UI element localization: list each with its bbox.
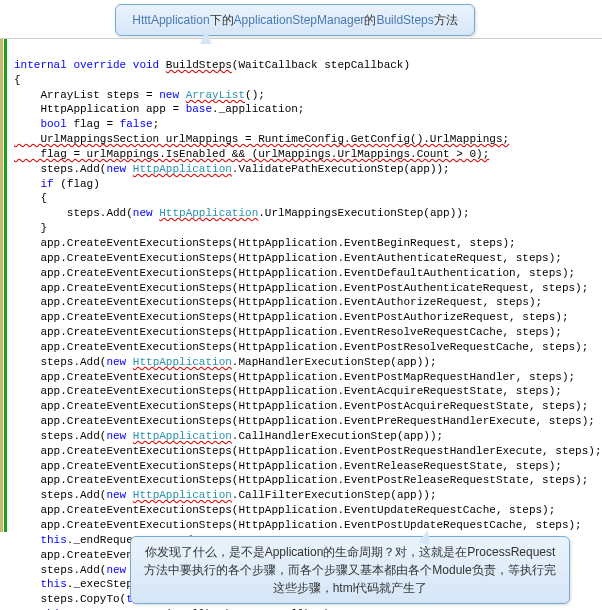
typ: HttpApplication [133, 430, 232, 442]
kw: new [106, 163, 132, 175]
c: flag = urlMappings.IsEnabled && (urlMapp… [14, 148, 489, 160]
callout-top-txt5: BuildSteps [376, 13, 433, 27]
callout-top-pointer [200, 30, 212, 44]
c: app.CreateEventExecutionSteps(HttpApplic… [14, 474, 588, 486]
c: app.CreateEventExecutionSteps(HttpApplic… [14, 371, 575, 383]
c: app.CreateEventExecutionSteps(HttpApplic… [14, 519, 582, 531]
c: app.CreateEventExecutionSteps(HttpApplic… [14, 252, 562, 264]
kw: new [106, 489, 132, 501]
c: .CallHandlerExecutionStep(app)); [232, 430, 443, 442]
callout-bottom: 你发现了什么，是不是Application的生命周期？对，这就是在Process… [130, 536, 570, 604]
c: steps.Add( [14, 207, 133, 219]
typ: HttpApplication [133, 356, 232, 368]
c: app.CreateEventExecutionSteps(HttpApplic… [14, 460, 562, 472]
typ: HttpApplication [133, 163, 232, 175]
c: app.CreateEventExecutionSteps(HttpApplic… [14, 385, 562, 397]
typ: ArrayList [186, 89, 245, 101]
callout-top: HtttApplication下的ApplicationStepManager的… [115, 4, 475, 36]
c: app.CreateEventExecutionSteps(HttpApplic… [14, 282, 588, 294]
method-name: BuildSteps [166, 59, 232, 71]
method-args: (WaitCallback stepCallback) [232, 59, 410, 71]
kw: this [40, 578, 66, 590]
c: (); [245, 89, 265, 101]
callout-top-txt1: HtttApplication [132, 13, 209, 27]
c: steps.CopyTo( [14, 593, 126, 605]
c: app.CreateEventExecutionSteps(HttpApplic… [14, 311, 569, 323]
c [14, 534, 40, 546]
c: app.CreateEventExecutionSteps(HttpApplic… [14, 415, 595, 427]
kw: new [106, 430, 132, 442]
brace: { [14, 74, 21, 86]
c: .ValidatePathExecutionStep(app)); [232, 163, 450, 175]
kw: bool [40, 118, 66, 130]
c: app.CreateEventExecutionSteps(HttpApplic… [14, 267, 575, 279]
c: steps.Add( [14, 430, 106, 442]
typ: HttpApplication [133, 489, 232, 501]
brace: { [14, 192, 47, 204]
c: app.CreateEventExecutionSteps(HttpApplic… [14, 400, 588, 412]
kw-sig: internal override void [14, 59, 166, 71]
callout-top-txt3: ApplicationStepManager [234, 13, 365, 27]
c: steps.Add( [14, 564, 106, 576]
c: steps.Add( [14, 356, 106, 368]
code-content: internal override void BuildSteps(WaitCa… [14, 58, 602, 610]
c: app.CreateEventExecutionSteps(HttpApplic… [14, 237, 516, 249]
brace: } [14, 222, 47, 234]
c [14, 178, 40, 190]
c: ArrayList steps = [14, 89, 159, 101]
c: HttpApplication app = [14, 103, 186, 115]
kw: this [40, 534, 66, 546]
c [14, 118, 40, 130]
kw: new [159, 89, 185, 101]
c: .UrlMappingsExecutionStep(app)); [258, 207, 469, 219]
c: UrlMappingsSection urlMappings = Runtime… [14, 133, 509, 145]
callout-top-txt4: 的 [364, 13, 376, 27]
kw: false [120, 118, 153, 130]
kw: new [106, 564, 132, 576]
kw: new [133, 207, 159, 219]
c: app.CreateEventExecutionSteps(HttpApplic… [14, 445, 602, 457]
kw: base [186, 103, 212, 115]
c: steps.Add( [14, 489, 106, 501]
c: flag = [67, 118, 120, 130]
c: ._application; [212, 103, 304, 115]
typ: HttpApplication [159, 207, 258, 219]
c: app.CreateEventExecutionSteps(HttpApplic… [14, 326, 562, 338]
c: steps.Add( [14, 163, 106, 175]
c [14, 578, 40, 590]
c: (flag) [54, 178, 100, 190]
c: app.CreateEventExecutionSteps(HttpApplic… [14, 504, 555, 516]
kw: if [40, 178, 53, 190]
code-block: internal override void BuildSteps(WaitCa… [0, 38, 602, 610]
c: app.CreateEventExecutionSteps(HttpApplic… [14, 341, 588, 353]
kw: new [106, 356, 132, 368]
c: ; [153, 118, 160, 130]
callout-top-txt2: 下的 [210, 13, 234, 27]
c: app.CreateEventExecutionSteps(HttpApplic… [14, 296, 542, 308]
c: .CallFilterExecutionStep(app)); [232, 489, 437, 501]
callout-top-txt6: 方法 [434, 13, 458, 27]
c: .MapHandlerExecutionStep(app)); [232, 356, 437, 368]
callout-bottom-text: 你发现了什么，是不是Application的生命周期？对，这就是在Process… [144, 545, 555, 595]
